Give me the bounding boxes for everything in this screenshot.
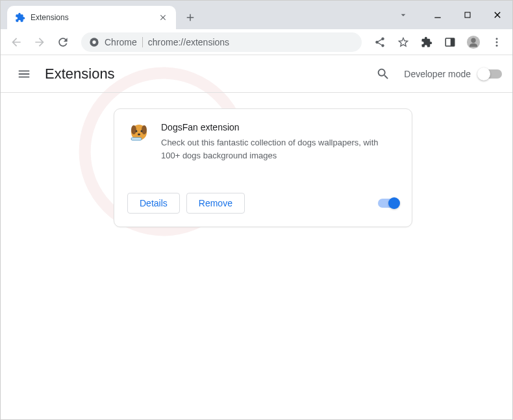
svg-point-6 [471, 38, 475, 42]
extensions-header: Extensions Developer mode [1, 55, 512, 93]
bookmark-star-icon[interactable] [393, 32, 414, 53]
toggle-knob [388, 197, 400, 209]
kebab-menu-icon[interactable] [486, 32, 507, 53]
address-bar[interactable]: Chrome chrome://extensions [81, 32, 362, 52]
extensions-content: PC risk.com DogsFan extension Check out … [1, 93, 512, 243]
svg-point-9 [496, 44, 498, 46]
window-titlebar: Extensions [1, 1, 512, 29]
svg-point-8 [496, 41, 498, 43]
share-icon[interactable] [369, 32, 390, 53]
window-controls [397, 1, 512, 29]
tab-search-chevron-icon[interactable] [397, 1, 410, 29]
profile-avatar-icon[interactable] [463, 32, 484, 53]
browser-tab[interactable]: Extensions [7, 6, 176, 29]
search-icon[interactable] [370, 61, 396, 87]
tab-close-icon[interactable] [158, 12, 168, 23]
new-tab-button[interactable] [181, 8, 199, 27]
svg-point-15 [138, 134, 140, 136]
svg-point-13 [136, 130, 138, 132]
extension-card-top: DogsFan extension Check out this fantast… [127, 122, 399, 162]
toggle-knob [477, 68, 490, 80]
tab-title: Extensions [31, 13, 158, 22]
extension-app-icon [127, 122, 151, 145]
developer-mode-toggle[interactable] [479, 69, 502, 79]
forward-button[interactable] [29, 32, 50, 53]
svg-point-2 [92, 40, 95, 43]
extension-puzzle-icon [15, 12, 25, 23]
back-button[interactable] [6, 32, 27, 53]
svg-rect-16 [131, 138, 142, 140]
extension-description: Check out this fantastic collection of d… [161, 136, 399, 162]
chrome-icon [89, 37, 99, 47]
extension-card-actions: Details Remove [127, 193, 399, 214]
sidepanel-icon[interactable] [440, 32, 460, 53]
extensions-puzzle-icon[interactable] [416, 32, 437, 53]
extension-enable-toggle[interactable] [378, 199, 399, 208]
svg-rect-4 [451, 38, 455, 46]
svg-point-11 [131, 125, 136, 134]
extension-name: DogsFan extension [161, 122, 399, 132]
svg-point-7 [496, 38, 498, 40]
developer-mode-control: Developer mode [404, 69, 502, 79]
svg-rect-0 [465, 12, 470, 18]
extension-card: DogsFan extension Check out this fantast… [114, 108, 412, 227]
window-maximize-button[interactable] [453, 1, 482, 29]
remove-button[interactable]: Remove [186, 193, 245, 214]
page-title: Extensions [45, 66, 370, 82]
browser-toolbar: Chrome chrome://extensions [1, 29, 512, 55]
details-button[interactable]: Details [127, 193, 180, 214]
hamburger-menu-icon[interactable] [11, 61, 37, 87]
address-divider [142, 37, 143, 47]
svg-point-12 [142, 125, 147, 134]
developer-mode-label: Developer mode [404, 69, 471, 79]
address-url: chrome://extensions [148, 37, 354, 47]
extension-info: DogsFan extension Check out this fantast… [161, 122, 399, 162]
window-close-button[interactable] [482, 1, 512, 29]
reload-button[interactable] [53, 32, 73, 53]
address-label: Chrome [105, 37, 137, 47]
window-minimize-button[interactable] [423, 1, 453, 29]
svg-point-14 [141, 130, 143, 132]
